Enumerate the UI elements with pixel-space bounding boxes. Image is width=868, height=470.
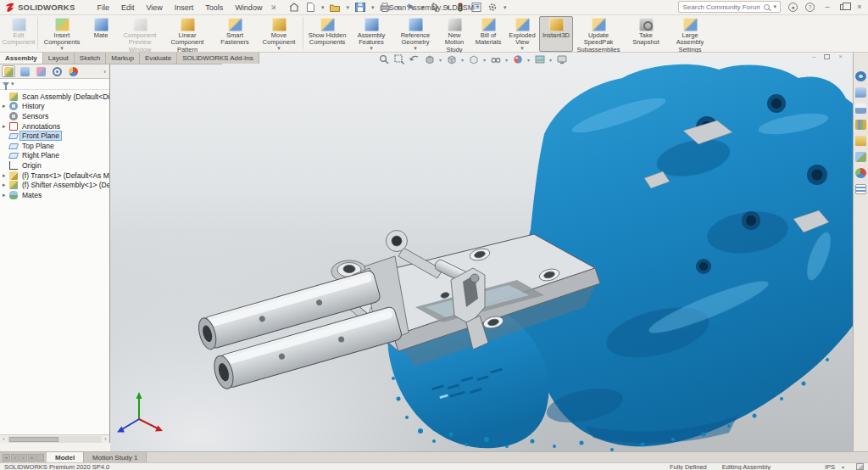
tree-item-shifter-assembly[interactable]: ▸ (f) Shifter Assembly<1> (Default<Di	[0, 180, 109, 190]
display-style-icon[interactable]	[468, 54, 479, 65]
tree-item-mates[interactable]: ▸ Mates	[0, 190, 109, 200]
new-document-caret-icon[interactable]: ▾	[321, 4, 325, 11]
tab-sketch[interactable]: Sketch	[75, 53, 106, 64]
design-library-icon[interactable]	[855, 120, 866, 130]
take-snapshot-button[interactable]: Take Snapshot	[624, 16, 668, 52]
pneumatic-cylinders[interactable]	[196, 266, 403, 392]
filter-caret-icon[interactable]: ▾	[11, 81, 14, 87]
expand-arrow-icon[interactable]: ▸	[3, 192, 9, 199]
smart-fasteners-button[interactable]: Smart Fasteners	[213, 16, 257, 52]
instant3d-button[interactable]: Instant3D	[539, 16, 573, 52]
login-user-icon[interactable]: ●	[788, 3, 798, 12]
dropdown-caret-icon[interactable]: ▾	[277, 47, 281, 50]
save-caret-icon[interactable]: ▾	[371, 4, 375, 11]
undo-caret-icon[interactable]: ▾	[421, 4, 425, 11]
previous-view-icon[interactable]	[409, 54, 420, 65]
dropdown-caret-icon[interactable]: ▾	[370, 47, 373, 50]
units-caret-icon[interactable]: ▾	[842, 464, 844, 470]
reference-geometry-button[interactable]: Reference Geometry ▾	[393, 16, 437, 52]
hide-show-items-icon[interactable]	[490, 54, 501, 65]
motion-study-tab[interactable]: Motion Study 1	[84, 452, 147, 462]
home-icon[interactable]	[289, 3, 299, 12]
appearances-scenes-icon[interactable]	[855, 168, 866, 178]
dropdown-caret-icon[interactable]: ▾	[505, 57, 508, 63]
menu-edit[interactable]: Edit	[121, 3, 135, 12]
tree-item-annotations[interactable]: ▸ Annotations	[0, 121, 109, 131]
propertymanager-tab[interactable]	[18, 65, 31, 77]
expand-arrow-icon[interactable]: ▸	[3, 172, 9, 179]
solidworks-forum-icon[interactable]	[855, 87, 866, 98]
update-speedpak-button[interactable]: Update SpeedPak Subassemblies	[573, 16, 624, 52]
panel-expand-chevron-icon[interactable]: ›	[103, 68, 108, 76]
pin-menu-icon[interactable]: ✈	[269, 2, 279, 12]
tree-item-history[interactable]: ▸ History	[0, 102, 109, 112]
solidworks-resources-icon[interactable]	[855, 104, 866, 114]
new-document-icon[interactable]	[305, 3, 315, 12]
view-orientation-icon[interactable]	[446, 54, 457, 65]
help-icon[interactable]: ?	[805, 3, 815, 12]
configuration-manager-tab[interactable]	[34, 65, 47, 77]
exploded-view-button[interactable]: Exploded View ▾	[505, 16, 539, 52]
tree-item-right-plane[interactable]: Right Plane	[0, 151, 109, 161]
print-icon[interactable]	[380, 3, 390, 12]
view-settings-icon[interactable]	[556, 54, 567, 65]
doc-restore-button[interactable]	[824, 54, 830, 59]
expand-arrow-icon[interactable]: ▸	[3, 123, 9, 130]
assembly-features-button[interactable]: Assembly Features ▾	[349, 16, 393, 52]
3dexperience-icon[interactable]	[855, 71, 866, 81]
tree-item-sensors[interactable]: Sensors	[0, 111, 109, 121]
zoom-to-area-icon[interactable]	[393, 54, 404, 65]
dropdown-caret-icon[interactable]: ▾	[483, 57, 486, 63]
menu-window[interactable]: Window	[235, 3, 262, 12]
status-tag-icon[interactable]	[856, 463, 864, 470]
print-caret-icon[interactable]: ▾	[396, 4, 399, 11]
minimize-button[interactable]: –	[822, 3, 832, 11]
tab-assembly[interactable]: Assembly	[0, 53, 43, 64]
tree-item-origin[interactable]: Origin	[0, 160, 109, 171]
new-motion-study-button[interactable]: New Motion Study	[437, 16, 471, 52]
edit-appearance-icon[interactable]	[512, 54, 523, 65]
tree-item-trans[interactable]: ▸ (f) Trans<1> (Default<As Machined	[0, 171, 109, 181]
options-gear-icon[interactable]	[487, 3, 498, 12]
file-explorer-icon[interactable]	[855, 136, 866, 146]
doc-minimize-button[interactable]: –	[812, 53, 815, 60]
save-icon[interactable]	[355, 3, 365, 12]
doc-close-button[interactable]: ×	[838, 53, 843, 60]
dropdown-caret-icon[interactable]: ▾	[527, 57, 530, 63]
select-arrow-icon[interactable]	[431, 3, 441, 12]
component-preview-window-button[interactable]: Component Preview Window	[118, 16, 162, 52]
mate-button[interactable]: Mate	[84, 16, 118, 52]
move-component-button[interactable]: Move Component ▾	[257, 16, 301, 52]
large-assembly-settings-button[interactable]: Large Assembly Settings	[668, 16, 712, 52]
tree-item-front-plane[interactable]: Front Plane	[0, 131, 109, 141]
menu-view[interactable]: View	[146, 3, 162, 12]
scrollbar-track[interactable]	[8, 436, 102, 443]
tab-markup[interactable]: Markup	[106, 53, 140, 64]
dropdown-caret-icon[interactable]: ▾	[414, 47, 417, 50]
show-hidden-components-button[interactable]: Show Hidden Components	[305, 16, 349, 52]
expand-arrow-icon[interactable]: ▸	[3, 182, 9, 188]
prev-tab-button[interactable]: ‹	[11, 454, 19, 462]
last-tab-button[interactable]: »	[28, 454, 36, 462]
search-input[interactable]	[682, 3, 760, 11]
tree-item-top-plane[interactable]: Top Plane	[0, 141, 109, 151]
dropdown-caret-icon[interactable]: ▾	[549, 57, 552, 63]
dropdown-caret-icon[interactable]: ▾	[461, 57, 464, 63]
scroll-right-icon[interactable]: ›	[102, 436, 109, 442]
menu-file[interactable]: File	[97, 3, 109, 12]
dropdown-caret-icon[interactable]: ▾	[520, 47, 524, 50]
restore-button[interactable]	[840, 4, 847, 10]
units-selector[interactable]: IPS	[825, 463, 835, 470]
apply-scene-icon[interactable]	[534, 54, 545, 65]
menu-tools[interactable]: Tools	[205, 3, 223, 12]
tab-evaluate[interactable]: Evaluate	[140, 53, 177, 64]
next-tab-button[interactable]: ›	[19, 454, 27, 462]
rebuild-traffic-light-icon[interactable]	[455, 3, 465, 12]
dimxpert-manager-tab[interactable]	[50, 65, 64, 77]
search-caret-icon[interactable]: ▾	[773, 3, 776, 10]
dropdown-caret-icon[interactable]: ▾	[439, 57, 442, 63]
edit-component-button[interactable]: Edit Component	[2, 16, 36, 52]
select-caret-icon[interactable]: ▾	[447, 4, 450, 11]
featuremanager-tree-tab[interactable]	[2, 65, 15, 77]
model-viewport[interactable]: ▾ ▾ ▾ ▾ ▾ ▾ – ×	[110, 53, 853, 451]
